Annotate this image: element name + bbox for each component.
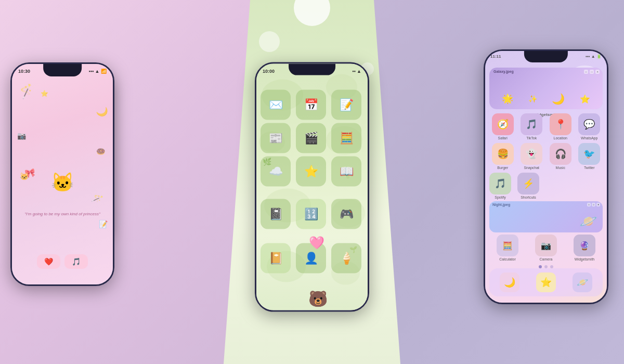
app-calculator[interactable]: 🧮 Calculator xyxy=(489,235,526,261)
dock-music-app[interactable]: 🎵 xyxy=(64,254,88,269)
right-app-section: 🧭 Safari 🎵 TikTok 📍 Location xyxy=(489,113,603,261)
center-time: 10:00 xyxy=(263,69,275,74)
app-spotify[interactable]: 🎵 Spotify xyxy=(489,173,511,199)
night-ctrl-3[interactable]: ✕ xyxy=(596,203,600,206)
app-snapchat-label: Snapchat xyxy=(524,166,539,170)
widget-night-controls: □ □ ✕ xyxy=(587,203,600,206)
app-snapchat[interactable]: 👻 Snapchat xyxy=(518,143,545,170)
deco-wand-1: 🪄 xyxy=(18,83,35,100)
left-status-bar: 10:30 ▪▪▪ ▲ 📶 xyxy=(18,66,107,76)
app-spotify-label: Spotify xyxy=(495,196,505,199)
deco-camera: 📷 xyxy=(17,132,26,140)
right-status-bar: 11:11 ▪▪▪ ▲ 🔋 xyxy=(490,54,602,59)
right-phone: 11:11 ▪▪▪ ▲ 🔋 🌙 🪐 🪐 xyxy=(484,49,608,304)
green-app-star[interactable]: ⭐ xyxy=(296,157,326,187)
widget-galaxy-inner: Galaxy.jpeg □ □ ✕ 🌟 ✨ 🌙 ⭐ xyxy=(489,68,603,109)
widget-controls: □ □ ✕ xyxy=(584,70,600,74)
deco-moon: 🌙 xyxy=(95,105,109,119)
cat-illustration: 🐱 xyxy=(51,172,74,193)
center-status-icons: ▪▪ ▲ xyxy=(352,69,361,74)
green-app-games[interactable]: 🎮 xyxy=(331,199,361,229)
green-app-calc[interactable]: 🧮 xyxy=(331,123,361,153)
app-widgetsmith-label: Widgetsmith xyxy=(575,257,595,261)
night-planet: 🪐 xyxy=(579,213,597,230)
app-shortcuts[interactable]: ⚡ Shortcuts xyxy=(517,173,539,199)
right-dock: 🌙 ⭐ 🪐 xyxy=(489,268,603,296)
phone-quote: "I'm going to be my own kind of princess… xyxy=(22,211,102,217)
widget-ctrl-1[interactable]: □ xyxy=(584,70,588,74)
dock-moon[interactable]: 🌙 xyxy=(500,272,519,292)
widget-ctrl-2[interactable]: □ xyxy=(590,70,594,74)
app-twitter-label: Twitter xyxy=(584,166,595,170)
app-music[interactable]: 🎧 Music xyxy=(547,143,574,170)
deco-donut: 🍩 xyxy=(96,147,105,155)
green-app-grid: ✉️ 📅 📝 📰 🎬 🧮 ☁️ ⭐ 📖 xyxy=(261,90,363,187)
bear-face: 🐻 xyxy=(308,290,328,308)
deco-cat: 🐱 xyxy=(20,172,29,180)
center-phone-wrapper: 10:00 ▪▪ ▲ 🩷 🐻 xyxy=(255,62,369,312)
app-row-3: 🎵 Spotify ⚡ Shortcuts xyxy=(489,173,603,199)
right-phone-inner: 11:11 ▪▪▪ ▲ 🔋 🌙 🪐 🪐 xyxy=(485,51,607,303)
app-burger[interactable]: 🍔 Burger xyxy=(489,143,516,170)
green-app-photo[interactable]: 📓 xyxy=(261,199,291,229)
green-app-video[interactable]: 🎬 xyxy=(296,123,326,153)
app-location-label: Location xyxy=(554,136,567,140)
center-phone: 10:00 ▪▪ ▲ 🩷 🐻 xyxy=(255,62,369,312)
left-time: 10:30 xyxy=(18,69,30,74)
green-app-news[interactable]: 📰 xyxy=(261,123,291,153)
app-row-4: 🧮 Calculator 📷 Camera 🔮 Widgetsmith xyxy=(489,235,603,261)
app-tiktok[interactable]: 🎵 TikTok xyxy=(518,113,545,140)
green-app-icecream[interactable]: 🍦 xyxy=(331,243,361,274)
green-app-mail[interactable]: ✉️ xyxy=(261,90,291,120)
green-wallpaper: 🩷 🐻 🌿 🌱 ✉️ 📅 📝 xyxy=(256,64,368,310)
green-app-notes[interactable]: 📝 xyxy=(331,90,361,120)
green-app-weather[interactable]: ☁️ xyxy=(261,157,291,187)
dock-star[interactable]: ⭐ xyxy=(536,272,556,292)
app-burger-label: Burger xyxy=(497,166,508,170)
app-shortcuts-label: Shortcuts xyxy=(521,196,536,199)
app-whatsapp-label: WhatsApp xyxy=(581,136,597,140)
pink-dock: ❤️ 🎵 xyxy=(12,254,113,269)
night-widget[interactable]: Night.jpeg □ □ ✕ 🪐 xyxy=(489,201,603,232)
galaxy-widget[interactable]: Galaxy.jpeg □ □ ✕ 🌟 ✨ 🌙 ⭐ xyxy=(489,68,603,109)
dock-heart-app[interactable]: ❤️ xyxy=(37,254,60,269)
deco-wand-2: 🪄 xyxy=(90,192,103,205)
deco-note: 📝 xyxy=(99,220,108,228)
app-twitter[interactable]: 🐦 Twitter xyxy=(576,143,603,170)
app-location[interactable]: 📍 Location xyxy=(547,113,574,140)
dock-saturn[interactable]: 🪐 xyxy=(573,272,592,292)
deco-star-1: ⭐ xyxy=(41,90,48,97)
green-app-book[interactable]: 📖 xyxy=(331,157,361,187)
right-status-icons: ▪▪▪ ▲ 🔋 xyxy=(586,54,602,59)
center-status-bar: 10:00 ▪▪ ▲ xyxy=(263,66,361,76)
widget-ctrl-3[interactable]: ✕ xyxy=(595,70,600,74)
app-camera-label: Camera xyxy=(540,257,553,261)
right-phone-wrapper: 11:11 ▪▪▪ ▲ 🔋 🌙 🪐 🪐 xyxy=(484,49,608,304)
green-app-notes-2[interactable]: 📔 xyxy=(261,243,291,274)
center-phone-inner: 10:00 ▪▪ ▲ 🩷 🐻 xyxy=(256,64,368,310)
widget-night-label: Night.jpeg xyxy=(492,203,510,206)
left-main-phone: 10:30 ▪▪▪ ▲ 📶 🪄 🌙 📷 🍩 🎀 ⭐ 🪄 🐱 📝 xyxy=(10,62,114,286)
app-row-2: 🍔 Burger 👻 Snapchat 🎧 Music xyxy=(489,143,603,170)
green-app-grid-2: 📓 🔢 🎮 xyxy=(261,199,363,229)
left-status-icons: ▪▪▪ ▲ 📶 xyxy=(89,69,107,74)
green-app-calendar[interactable]: 📅 xyxy=(296,90,326,120)
purple-wallpaper: 🌙 🪐 🪐 Galaxy.jpeg □ □ ✕ xyxy=(485,51,607,303)
app-music-label: Music xyxy=(556,166,565,170)
widget-stars: 🌟 ✨ 🌙 ⭐ xyxy=(495,93,597,105)
app-whatsapp[interactable]: 💬 WhatsApp xyxy=(576,113,603,140)
app-row-1: 🧭 Safari 🎵 TikTok 📍 Location xyxy=(489,113,603,140)
app-tiktok-label: TikTok xyxy=(526,136,537,140)
app-calculator-label: Calculator xyxy=(499,257,516,261)
left-main-phone-wrapper: 10:30 ▪▪▪ ▲ 📶 🪄 🌙 📷 🍩 🎀 ⭐ 🪄 🐱 📝 xyxy=(10,62,114,286)
night-ctrl-1[interactable]: □ xyxy=(587,203,591,206)
main-scene: ✉️ 📋 📅 ☁️ 🖼️ 🎥 👤 📝 10:30 ▪▪▪ ▲ 📶 xyxy=(0,0,624,364)
night-ctrl-2[interactable]: □ xyxy=(592,203,595,206)
app-widgetsmith[interactable]: 🔮 Widgetsmith xyxy=(566,235,603,261)
app-camera[interactable]: 📷 Camera xyxy=(528,235,564,261)
green-heart: 🩷 xyxy=(309,236,324,250)
app-safari[interactable]: 🧭 Safari xyxy=(489,113,516,140)
green-app-calculator-2[interactable]: 🔢 xyxy=(296,199,326,229)
app-safari-label: Safari xyxy=(498,136,508,140)
widget-galaxy-label: Galaxy.jpeg xyxy=(493,70,514,73)
